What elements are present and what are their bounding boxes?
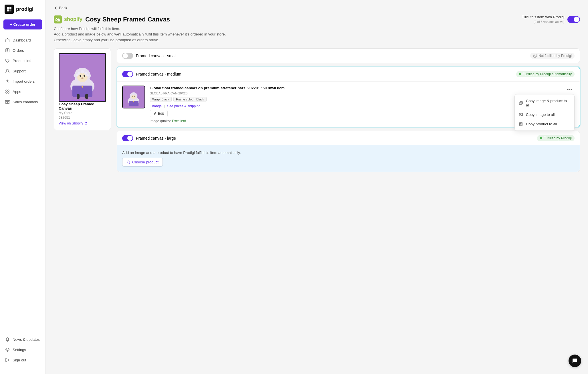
change-link[interactable]: Change xyxy=(150,104,162,108)
sidebar-item-sign-out[interactable]: Sign out xyxy=(2,355,43,365)
shopify-text: shopify xyxy=(64,16,82,22)
copy-product-item[interactable]: Copy product to all xyxy=(515,119,574,129)
page-title: 🛍 shopify Cosy Sheep Framed Canvas xyxy=(54,15,170,23)
product-card: Cosy Sheep Framed Canvas My Store 632651… xyxy=(54,48,111,130)
grid-icon xyxy=(5,89,10,94)
svg-rect-0 xyxy=(7,7,9,9)
dropdown-menu: Copy image & product to all Copy image t… xyxy=(514,94,575,131)
sidebar-item-import-orders[interactable]: Import orders xyxy=(2,76,43,86)
svg-point-42 xyxy=(132,96,133,97)
sidebar-item-settings[interactable]: Settings xyxy=(2,345,43,355)
copy-image-item[interactable]: Copy image to all xyxy=(515,110,574,119)
toggle-sm-knob xyxy=(123,53,128,58)
sidebar-item-support[interactable]: Support xyxy=(2,66,43,76)
copy-both-icon xyxy=(519,101,523,105)
variant-thumb-svg xyxy=(123,86,144,108)
sidebar-item-orders[interactable]: Orders xyxy=(2,45,43,55)
fulfilled-dot-large xyxy=(540,137,542,139)
svg-line-37 xyxy=(534,55,536,57)
variant-status-medium: Fulfilled by Prodigi automatically xyxy=(516,71,575,77)
variant-header-medium: Framed canvas - medium Fulfilled by Prod… xyxy=(117,67,580,81)
svg-point-45 xyxy=(133,101,134,102)
variant-name-small: Framed canvas - small xyxy=(136,54,177,58)
create-order-button[interactable]: + Create order xyxy=(3,19,42,29)
sidebar-logo-text: prodigi xyxy=(16,6,33,12)
variant-card-small: Framed canvas - small Not fulfilled by P… xyxy=(117,48,580,63)
variant-name-large: Framed canvas - large xyxy=(136,136,176,141)
svg-rect-29 xyxy=(77,94,80,99)
sidebar: prodigi + Create order Dashboard Orders … xyxy=(0,0,46,374)
variant-toggle-large[interactable] xyxy=(122,135,133,141)
search-icon xyxy=(126,160,130,164)
variant-card-medium: Framed canvas - medium Fulfilled by Prod… xyxy=(117,67,580,127)
back-link[interactable]: Back xyxy=(54,6,580,10)
variant-header-left-large: Framed canvas - large xyxy=(122,135,176,141)
shopify-icon: 🛍 xyxy=(54,15,62,23)
page-subtitle: Configure how Prodigi will fulfil this i… xyxy=(54,26,580,43)
variant-tags-medium: Wrap: Black Frame colour: Black xyxy=(150,97,560,102)
sidebar-item-apps[interactable]: Apps xyxy=(2,87,43,96)
svg-point-24 xyxy=(81,78,84,79)
svg-point-9 xyxy=(7,69,8,71)
product-card-id: 632651 xyxy=(59,116,106,120)
variant-status-small: Not fulfilled by Prodigi xyxy=(530,53,575,59)
not-fulfilled-icon xyxy=(533,54,537,58)
svg-rect-2 xyxy=(7,9,9,11)
variant-tag-frame: Frame colour: Black xyxy=(173,97,207,102)
svg-point-41 xyxy=(131,95,136,99)
svg-rect-3 xyxy=(9,9,11,11)
variant-header-small: Framed canvas - small Not fulfilled by P… xyxy=(117,49,580,63)
image-quality: Image quality: Excellent xyxy=(150,119,560,123)
add-product-text: Add an image and a product to have Prodi… xyxy=(122,151,575,155)
signout-icon xyxy=(5,358,10,362)
svg-point-23 xyxy=(84,75,85,77)
variant-header-large: Framed canvas - large Fulfilled by Prodi… xyxy=(117,131,580,145)
orders-icon xyxy=(5,48,10,53)
copy-image-icon xyxy=(519,112,523,117)
svg-rect-1 xyxy=(9,7,11,9)
product-card-name: Cosy Sheep Framed Canvas xyxy=(59,102,106,110)
bell-icon xyxy=(5,337,10,342)
svg-text:🛍: 🛍 xyxy=(55,17,60,22)
chat-bubble[interactable] xyxy=(569,355,581,367)
main-content: Back 🛍 shopify Cosy Sheep Framed Canvas … xyxy=(46,0,588,374)
svg-point-15 xyxy=(7,349,8,351)
quality-value: Excellent xyxy=(172,119,186,123)
see-prices-link[interactable]: See prices & shipping xyxy=(167,104,200,108)
sidebar-item-dashboard[interactable]: Dashboard xyxy=(2,35,43,45)
variant-header-left-small: Framed canvas - small xyxy=(122,53,177,59)
choose-product-button[interactable]: Choose product xyxy=(122,158,163,167)
three-dot-button[interactable]: ••• xyxy=(565,86,575,94)
svg-point-53 xyxy=(127,161,129,163)
page-header: 🛍 shopify Cosy Sheep Framed Canvas Fulfi… xyxy=(54,15,580,43)
sidebar-item-product-info[interactable]: Product info xyxy=(2,56,43,66)
svg-point-49 xyxy=(520,114,521,115)
svg-point-8 xyxy=(7,60,7,60)
variant-toggle-medium[interactable] xyxy=(122,71,133,77)
svg-point-32 xyxy=(81,70,84,74)
fulfil-toggle[interactable] xyxy=(567,16,580,23)
variant-card-large: Framed canvas - large Fulfilled by Prodi… xyxy=(117,131,580,172)
variant-toggle-small[interactable] xyxy=(122,53,133,59)
toggle-sm-knob-large xyxy=(127,136,132,141)
add-product-section: Add an image and a product to have Prodi… xyxy=(117,145,580,172)
sidebar-bottom: News & updates Settings Sign out xyxy=(0,335,45,369)
svg-rect-30 xyxy=(85,94,88,99)
view-on-shopify-link[interactable]: View on Shopify xyxy=(59,121,106,125)
shopify-badge: 🛍 shopify xyxy=(54,15,82,23)
sidebar-item-sales-channels[interactable]: Sales channels xyxy=(2,97,43,107)
variants-section: Framed canvas - small Not fulfilled by P… xyxy=(117,48,580,172)
copy-product-icon xyxy=(519,122,523,126)
variant-status-large: Fulfilled by Prodigi xyxy=(537,135,575,141)
gear-icon xyxy=(5,347,10,352)
variant-product-name-medium: Global float framed canvas on premium st… xyxy=(150,86,560,91)
sheep-svg xyxy=(60,55,105,100)
edit-button[interactable]: Edit xyxy=(150,110,168,117)
chat-icon xyxy=(572,358,578,364)
sidebar-item-news-updates[interactable]: News & updates xyxy=(2,335,43,344)
fulfil-label: Fulfil this item with Prodigi (2 of 3 va… xyxy=(522,15,565,24)
toggle-knob xyxy=(574,17,579,22)
copy-image-product-item[interactable]: Copy image & product to all xyxy=(515,96,574,110)
fulfilled-dot xyxy=(519,73,521,75)
product-card-store: My Store xyxy=(59,111,106,115)
